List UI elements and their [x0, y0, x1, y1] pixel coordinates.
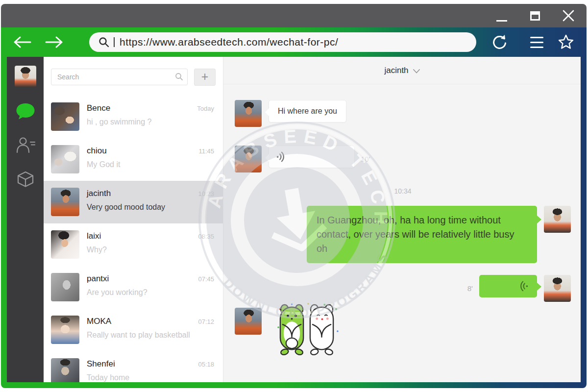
- close-icon: [562, 9, 575, 23]
- chat-time: 10:23: [198, 190, 214, 197]
- avatar[interactable]: [544, 275, 571, 302]
- chat-list-item[interactable]: chiou 11:45 My God it: [44, 138, 223, 181]
- conversation-header: jacinth: [223, 57, 581, 84]
- chat-meta: laixi 08:35 Why?: [87, 230, 214, 254]
- voice-duration: 10': [361, 155, 370, 163]
- text-cursor: [114, 37, 115, 47]
- chat-meta: MOKA 07:12 Really want to play basketbal…: [87, 316, 214, 340]
- chat-list-item[interactable]: Shenfei 05:18 Today home: [44, 351, 223, 382]
- avatar[interactable]: [235, 308, 262, 335]
- close-button[interactable]: [561, 7, 576, 24]
- chat-name: Shenfei: [87, 359, 115, 369]
- chat-meta: Shenfei 05:18 Today home: [87, 358, 214, 382]
- chat-list-item[interactable]: MOKA 07:12 Really want to play basketbal…: [44, 309, 223, 351]
- url-text: https://www.arabseedtech.com/wechat-for-…: [120, 36, 338, 48]
- chat-preview: Really want to play basketball: [87, 331, 214, 340]
- chat-message-text: In Guangzhou, oh, ha ha long time withou…: [235, 206, 571, 263]
- menu-icon[interactable]: [530, 37, 543, 48]
- chat-meta: chiou 11:45 My God it: [87, 145, 214, 169]
- browser-frame: https://www.arabseedtech.com/wechat-for-…: [1, 27, 587, 388]
- chat-name: chiou: [87, 146, 107, 156]
- chat-name: jacinth: [87, 189, 111, 198]
- chat-name: Bence: [87, 103, 110, 113]
- message-bubble: Hi where are you: [269, 100, 346, 122]
- window-titlebar: [1, 4, 587, 27]
- chat-list-item[interactable]: laixi 08:35 Why?: [44, 223, 223, 266]
- wechat-app: + Bence Today hi , go swimming ? chiou 1…: [7, 57, 581, 382]
- url-bar[interactable]: https://www.arabseedtech.com/wechat-for-…: [89, 32, 476, 52]
- add-chat-button[interactable]: +: [194, 69, 216, 86]
- avatar[interactable]: [544, 206, 571, 233]
- maximize-button[interactable]: [528, 7, 542, 24]
- nav-rail: [7, 57, 44, 382]
- voice-duration: 8': [467, 284, 473, 293]
- chat-meta: jacinth 10:23 Very good mood today: [87, 188, 214, 212]
- chat-time: 07:45: [198, 275, 214, 283]
- chevron-down-icon[interactable]: [413, 69, 420, 74]
- chat-preview: Why?: [87, 245, 214, 254]
- chat-message-voice: 10': [235, 146, 571, 172]
- message-bubble: In Guangzhou, oh, ha ha long time withou…: [307, 206, 537, 263]
- chat-list: Bence Today hi , go swimming ? chiou 11:…: [44, 96, 223, 382]
- contacts-icon[interactable]: [15, 136, 36, 154]
- message-timestamp: 10:34: [235, 187, 571, 195]
- search-box: [51, 69, 188, 86]
- chat-meta: pantxi 07:45 Are you working?: [87, 273, 214, 297]
- message-text: In Guangzhou, oh, ha ha long time withou…: [317, 215, 514, 254]
- search-row: +: [44, 57, 223, 86]
- minimize-icon: [496, 20, 507, 22]
- chats-icon[interactable]: [15, 102, 36, 121]
- refresh-icon[interactable]: [491, 34, 508, 50]
- chat-avatar: [51, 102, 79, 131]
- chat-avatar: [51, 316, 79, 344]
- voice-waves-icon: [517, 280, 529, 292]
- conversation-title: jacinth: [384, 66, 408, 75]
- browser-toolbar: https://www.arabseedtech.com/wechat-for-…: [7, 27, 581, 57]
- chat-meta: Bence Today hi , go swimming ?: [87, 102, 214, 126]
- message-text: Hi where are you: [278, 107, 337, 115]
- chat-preview: hi , go swimming ?: [87, 118, 214, 126]
- chat-list-panel: + Bence Today hi , go swimming ? chiou 1…: [44, 57, 223, 382]
- chat-list-item[interactable]: pantxi 07:45 Are you working?: [44, 266, 223, 309]
- forward-arrow-icon[interactable]: [44, 35, 64, 49]
- voice-message-bubble[interactable]: [269, 146, 355, 168]
- chat-message-sticker: [235, 308, 571, 360]
- chat-preview: Are you working?: [87, 288, 214, 297]
- voice-message-bubble[interactable]: [479, 275, 537, 297]
- chat-message-text: Hi where are you: [235, 100, 571, 127]
- chat-preview: My God it: [87, 160, 214, 169]
- chat-avatar: [51, 230, 79, 259]
- sticker-image: [276, 301, 339, 360]
- avatar[interactable]: [235, 146, 262, 172]
- maximize-icon: [530, 11, 540, 21]
- chat-avatar: [51, 145, 79, 173]
- chat-time: 08:35: [198, 233, 214, 240]
- minimize-button[interactable]: [494, 7, 509, 24]
- chat-name: laixi: [87, 231, 101, 241]
- moments-box-icon[interactable]: [15, 169, 36, 190]
- chat-time: 05:18: [198, 361, 214, 368]
- chat-avatar: [51, 358, 79, 382]
- chat-time: 11:45: [198, 147, 214, 155]
- chat-preview: Very good mood today: [87, 203, 214, 212]
- chat-list-item[interactable]: jacinth 10:23 Very good mood today: [44, 181, 223, 223]
- search-input[interactable]: [51, 69, 188, 85]
- search-icon: [98, 36, 110, 48]
- chat-preview: Today home: [87, 373, 214, 382]
- avatar[interactable]: [235, 100, 262, 127]
- chat-name: MOKA: [87, 317, 111, 326]
- chat-time: Today: [197, 105, 214, 112]
- message-list: Hi where are you 10' 10:34 In Guangzhou,…: [223, 84, 581, 382]
- search-icon: [175, 73, 183, 81]
- chat-avatar: [51, 188, 79, 216]
- conversation-panel: jacinth Hi where are you 10' 10:34 In Gu…: [223, 57, 581, 382]
- chat-list-item[interactable]: Bence Today hi , go swimming ?: [44, 96, 223, 138]
- bookmark-star-icon[interactable]: [557, 33, 575, 51]
- user-avatar[interactable]: [15, 66, 36, 87]
- chat-avatar: [51, 273, 79, 301]
- chat-time: 07:12: [198, 318, 214, 325]
- chat-message-voice: 8': [235, 275, 571, 302]
- voice-waves-icon: [275, 151, 287, 163]
- chat-name: pantxi: [87, 274, 109, 284]
- back-arrow-icon[interactable]: [13, 35, 32, 49]
